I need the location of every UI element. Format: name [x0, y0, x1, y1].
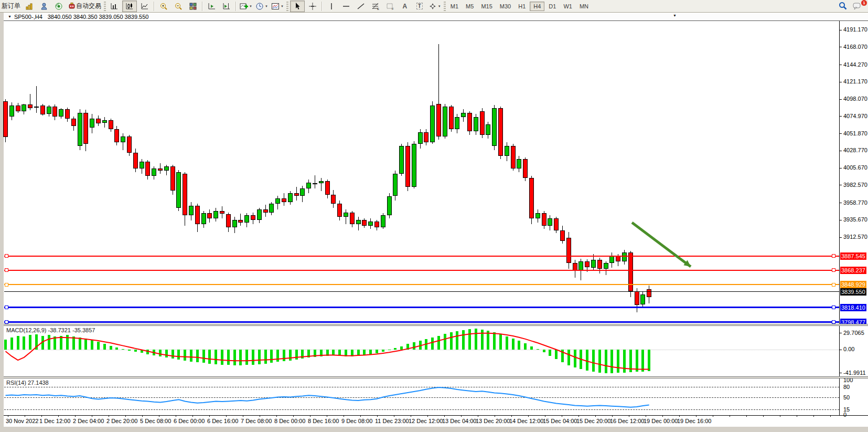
candle-body	[461, 113, 466, 118]
timeframe-button-M15[interactable]: M15	[478, 2, 495, 10]
hline-support-2[interactable]	[4, 321, 839, 323]
indicators-button[interactable]: ▼	[239, 1, 253, 12]
macd-histogram-bar	[103, 344, 106, 350]
timeframe-button-M30[interactable]: M30	[497, 2, 514, 10]
hline-handle[interactable]	[5, 268, 8, 272]
time-axis-tick	[226, 415, 227, 417]
periods-button[interactable]: ▼	[254, 1, 269, 12]
chevron-down-icon: ▼	[265, 5, 268, 8]
time-axis-label: 8 Dec 16:00	[308, 418, 339, 424]
tile-windows-button[interactable]	[186, 1, 200, 12]
zoom-out-button[interactable]	[172, 1, 185, 12]
candle-body	[517, 159, 521, 168]
candle-body	[109, 120, 113, 129]
candle-body	[9, 106, 14, 117]
fibonacci-tool-button[interactable]: E	[369, 1, 382, 12]
macd-histogram-bar	[605, 350, 607, 373]
pane-separator[interactable]	[4, 376, 868, 378]
search-button[interactable]	[836, 1, 850, 11]
profile-button[interactable]	[37, 1, 51, 12]
chart-title-symbol: SP500-,H4	[14, 14, 42, 20]
rsi-level-line	[4, 387, 839, 387]
timeframe-button-H4[interactable]: H4	[530, 2, 544, 11]
candlestick-mode-button[interactable]	[122, 1, 137, 12]
time-axis-tick	[427, 415, 428, 417]
notifications-button[interactable]: 1	[851, 1, 864, 11]
time-axis-tick	[511, 415, 512, 417]
macd-histogram-bar	[122, 349, 124, 350]
search-icon	[838, 1, 848, 10]
macd-histogram-bar	[444, 334, 446, 350]
candle-body	[368, 222, 373, 226]
hline-pivot-orange[interactable]	[4, 284, 839, 285]
text-label-tool-button[interactable]: T	[413, 1, 426, 12]
time-axis-tick	[578, 415, 579, 417]
template-icon	[271, 2, 280, 10]
hline-resistance-2[interactable]	[4, 270, 839, 271]
alerts-button[interactable]	[52, 1, 66, 12]
cursor-tool-button[interactable]	[290, 1, 305, 12]
time-axis-label: 13 Dec 20:00	[476, 418, 510, 424]
time-axis-tick	[679, 415, 680, 417]
macd-histogram-bar	[221, 350, 223, 365]
pane-separator[interactable]	[4, 324, 868, 326]
arrows-tool-button[interactable]: ▼	[427, 1, 442, 12]
hline-handle[interactable]	[5, 254, 8, 258]
zoom-in-button[interactable]	[157, 1, 170, 12]
bar-chart-mode-button[interactable]	[108, 1, 121, 12]
timeframe-button-M1[interactable]: M1	[447, 2, 462, 10]
templates-button[interactable]: ▼	[270, 1, 285, 12]
time-axis-tick	[58, 415, 59, 417]
timeframe-button-H1[interactable]: H1	[515, 2, 529, 10]
line-chart-mode-button[interactable]	[138, 1, 152, 12]
autotrading-button[interactable]: 自动交易	[67, 1, 102, 12]
hline-handle[interactable]	[832, 254, 835, 258]
auto-scroll-button[interactable]	[205, 1, 219, 12]
crosshair-tool-button[interactable]	[306, 1, 319, 12]
chart-window-icon[interactable]	[23, 1, 36, 12]
candle-body	[399, 146, 404, 174]
time-axis-tick	[8, 415, 8, 417]
timeframe-group: M1M5M15M30H1H4D1W1MN	[447, 2, 592, 11]
time-axis-tick	[612, 415, 613, 417]
timeframe-button-MN[interactable]: MN	[576, 2, 592, 10]
price-axis-label: 4074.970	[843, 113, 867, 119]
new-order-label: 新订单	[2, 2, 20, 10]
macd-histogram-bar	[196, 350, 199, 362]
plot-layer: 4191.1704168.0704144.2704121.1704098.070…	[4, 21, 868, 432]
time-axis-tick	[730, 415, 730, 417]
vertical-line-tool-button[interactable]	[325, 1, 338, 12]
macd-histogram-bar	[450, 332, 453, 350]
timeframe-button-M5[interactable]: M5	[463, 2, 477, 10]
candle-body	[282, 198, 286, 202]
chart-menu-triangle-icon[interactable]: ▼	[8, 15, 12, 18]
hline-handle[interactable]	[832, 268, 835, 272]
hline-handle[interactable]	[832, 305, 835, 309]
macd-histogram-bar	[91, 340, 93, 350]
overflow-triangle-icon[interactable]: ▼	[673, 14, 677, 17]
hline-current-price[interactable]	[4, 291, 839, 292]
channel-tool-button[interactable]: F	[383, 1, 397, 12]
time-axis-label: 1 Dec 12:00	[39, 418, 70, 424]
hline-handle[interactable]	[5, 305, 8, 309]
hline-support-1[interactable]	[4, 307, 839, 308]
macd-histogram-bar	[419, 341, 422, 350]
candle-body	[213, 211, 218, 218]
macd-histogram-bar	[307, 350, 310, 357]
timeframe-button-D1[interactable]: D1	[545, 2, 559, 10]
macd-histogram-bar	[159, 350, 162, 356]
timeframe-button-W1[interactable]: W1	[560, 2, 575, 10]
text-tool-button[interactable]: A	[398, 1, 412, 12]
horizontal-line-tool-button[interactable]	[339, 1, 353, 12]
hline-handle[interactable]	[832, 283, 835, 287]
trendline-tool-button[interactable]	[354, 1, 368, 12]
candle-body	[393, 174, 398, 196]
macd-histogram-bar	[592, 350, 595, 372]
hline-handle[interactable]	[5, 283, 8, 287]
chart-title-bar[interactable]: ▼ SP500-,H4 3840.050 3840.350 3839.050 3…	[4, 13, 868, 21]
hline-resistance-1[interactable]	[4, 256, 839, 257]
macd-histogram-bar	[233, 350, 236, 365]
chart-shift-button[interactable]	[220, 1, 233, 12]
new-order-button[interactable]: 新订单	[1, 1, 22, 12]
zoom-out-icon	[174, 2, 183, 10]
